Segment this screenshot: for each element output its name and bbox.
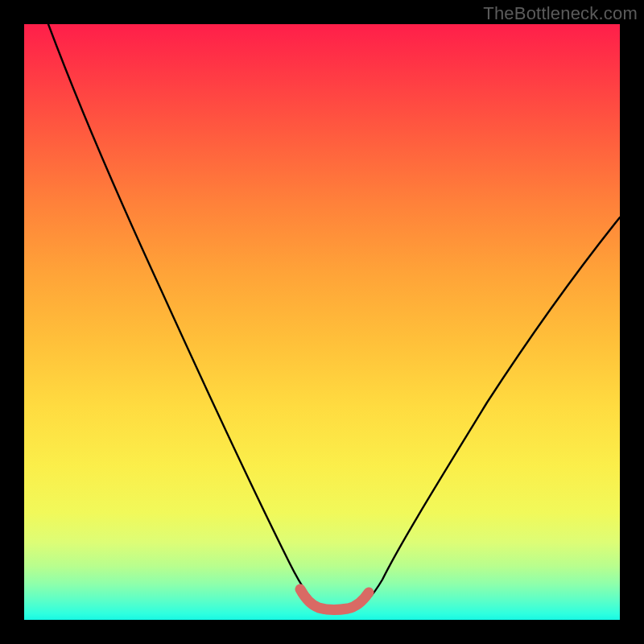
attribution-text: TheBottleneck.com xyxy=(483,3,638,24)
chart-frame: TheBottleneck.com xyxy=(0,0,644,644)
chart-gradient-background xyxy=(24,24,620,620)
